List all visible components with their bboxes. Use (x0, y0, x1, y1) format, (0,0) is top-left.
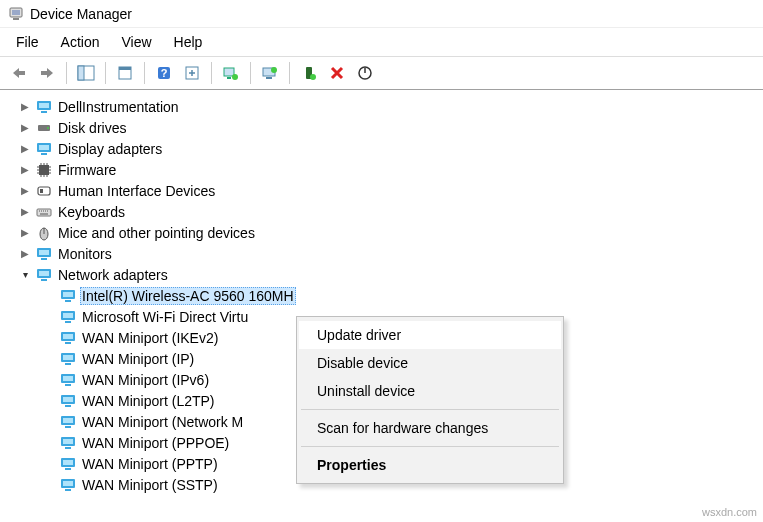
expand-icon[interactable]: ▶ (18, 121, 32, 135)
network-device-icon (60, 288, 76, 304)
svg-rect-37 (41, 258, 47, 260)
network-device-icon (60, 372, 76, 388)
tree-label: Human Interface Devices (56, 182, 217, 200)
menu-file[interactable]: File (6, 30, 49, 54)
svg-rect-16 (266, 77, 272, 79)
svg-rect-39 (39, 271, 49, 276)
back-button[interactable] (6, 60, 32, 86)
svg-rect-70 (65, 489, 71, 491)
tree-label: DellInstrumentation (56, 98, 181, 116)
tree-label: Monitors (56, 245, 114, 263)
svg-rect-31 (40, 189, 43, 193)
disable-device-button[interactable] (324, 60, 350, 86)
blank-icon (42, 331, 56, 345)
menu-view[interactable]: View (111, 30, 161, 54)
uninstall-device-button[interactable] (296, 60, 322, 86)
firmware-icon (36, 162, 52, 178)
context-menu: Update driver Disable device Uninstall d… (296, 316, 564, 484)
context-disable-device[interactable]: Disable device (299, 349, 561, 377)
tree-node[interactable]: ▶Display adapters (18, 138, 763, 159)
help-button[interactable]: ? (151, 60, 177, 86)
tree-label: WAN Miniport (Network M (80, 413, 245, 431)
hid-icon (36, 183, 52, 199)
display-adapter-icon (36, 141, 52, 157)
tree-label: Display adapters (56, 140, 164, 158)
blank-icon (42, 478, 56, 492)
network-device-icon (60, 351, 76, 367)
expand-icon[interactable]: ▶ (18, 247, 32, 261)
context-update-driver[interactable]: Update driver (299, 321, 561, 349)
tree-node[interactable]: ▶Human Interface Devices (18, 180, 763, 201)
collapse-icon[interactable]: ▾ (18, 268, 32, 282)
svg-rect-45 (63, 313, 73, 318)
context-separator (301, 446, 559, 447)
tree-node-selected[interactable]: Intel(R) Wireless-AC 9560 160MH (42, 285, 763, 306)
show-hide-tree-button[interactable] (73, 60, 99, 86)
keyboard-icon (36, 204, 52, 220)
context-uninstall-device[interactable]: Uninstall device (299, 377, 561, 405)
separator (144, 62, 145, 84)
svg-rect-4 (41, 71, 47, 75)
tree-node[interactable]: ▶Monitors (18, 243, 763, 264)
network-device-icon (60, 435, 76, 451)
svg-rect-6 (78, 66, 84, 80)
svg-rect-30 (38, 187, 50, 195)
context-scan-hardware[interactable]: Scan for hardware changes (299, 414, 561, 442)
svg-rect-63 (63, 439, 73, 444)
tree-node[interactable]: ▶Keyboards (18, 201, 763, 222)
svg-rect-66 (63, 460, 73, 465)
svg-text:?: ? (161, 67, 168, 79)
tree-node[interactable]: ▶DellInstrumentation (18, 96, 763, 117)
network-device-icon (60, 330, 76, 346)
svg-rect-46 (65, 321, 71, 323)
blank-icon (42, 394, 56, 408)
tree-node[interactable]: ▶Firmware (18, 159, 763, 180)
properties-button[interactable] (112, 60, 138, 86)
svg-rect-40 (41, 279, 47, 281)
svg-rect-8 (119, 67, 131, 70)
context-properties[interactable]: Properties (299, 451, 561, 479)
scan-hardware-button[interactable] (218, 60, 244, 86)
network-adapter-icon (36, 267, 52, 283)
tree-label: Keyboards (56, 203, 127, 221)
menu-action[interactable]: Action (51, 30, 110, 54)
expand-icon[interactable]: ▶ (18, 226, 32, 240)
tree-node-expanded[interactable]: ▾Network adapters (18, 264, 763, 285)
tree-label: Intel(R) Wireless-AC 9560 160MH (80, 287, 296, 305)
expand-icon[interactable]: ▶ (18, 184, 32, 198)
network-device-icon (60, 414, 76, 430)
tree-node[interactable]: ▶Disk drives (18, 117, 763, 138)
svg-rect-1 (12, 10, 20, 15)
enable-device-button[interactable] (352, 60, 378, 86)
separator (250, 62, 251, 84)
network-device-icon (60, 393, 76, 409)
blank-icon (42, 373, 56, 387)
tree-node[interactable]: ▶Mice and other pointing devices (18, 222, 763, 243)
svg-rect-55 (65, 384, 71, 386)
svg-point-17 (271, 67, 277, 73)
svg-rect-61 (65, 426, 71, 428)
svg-rect-54 (63, 376, 73, 381)
expand-icon[interactable]: ▶ (18, 142, 32, 156)
expand-icon[interactable]: ▶ (18, 163, 32, 177)
monitor-icon (36, 99, 52, 115)
tree-label: Network adapters (56, 266, 170, 284)
update-driver-button[interactable] (257, 60, 283, 86)
forward-button[interactable] (34, 60, 60, 86)
svg-rect-28 (41, 153, 47, 155)
svg-rect-69 (63, 481, 73, 486)
action-button[interactable] (179, 60, 205, 86)
expand-icon[interactable]: ▶ (18, 100, 32, 114)
tree-label: WAN Miniport (IP) (80, 350, 196, 368)
svg-rect-64 (65, 447, 71, 449)
svg-point-14 (232, 74, 238, 80)
window-title: Device Manager (30, 6, 132, 22)
svg-rect-57 (63, 397, 73, 402)
menu-help[interactable]: Help (164, 30, 213, 54)
svg-rect-49 (65, 342, 71, 344)
context-separator (301, 409, 559, 410)
tree-label: WAN Miniport (IKEv2) (80, 329, 220, 347)
tree-label: Disk drives (56, 119, 128, 137)
expand-icon[interactable]: ▶ (18, 205, 32, 219)
svg-rect-3 (19, 71, 25, 75)
